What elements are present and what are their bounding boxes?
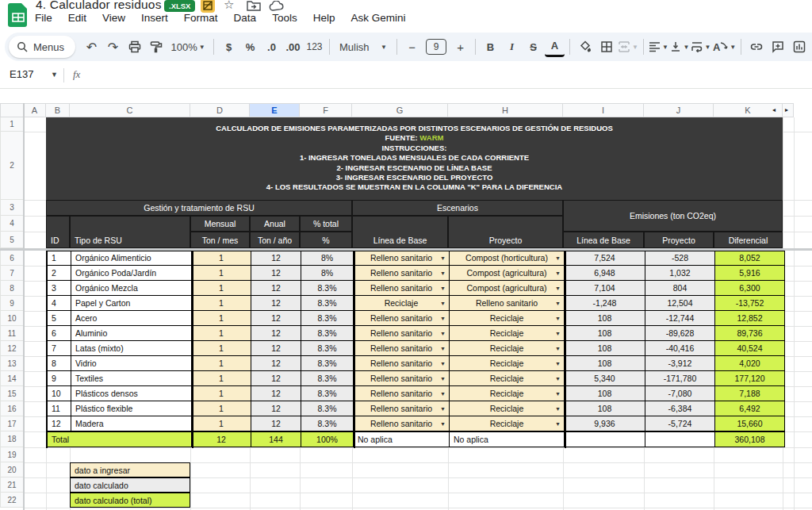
cell-pct[interactable]: 8.3% <box>301 296 354 311</box>
cell-mensual[interactable]: 1 <box>192 266 251 281</box>
chevron-down-icon[interactable]: ▼ <box>51 71 58 79</box>
total-cell-mensual[interactable]: 12 <box>192 431 251 447</box>
row-header-16[interactable]: 16 <box>0 401 24 416</box>
dropdown-cell-proyecto[interactable]: Compost (horticultura)▼ <box>450 251 565 266</box>
dropdown-arrow-icon[interactable]: ▼ <box>440 301 446 306</box>
dropdown-cell-linea_base[interactable]: Relleno sanitario▼ <box>354 401 450 416</box>
cell-anual[interactable]: 12 <box>251 296 301 311</box>
row-header-7[interactable]: 7 <box>0 266 24 281</box>
dropdown-cell-linea_base[interactable]: Relleno sanitario▼ <box>354 416 450 431</box>
cell-mensual[interactable]: 1 <box>192 341 251 356</box>
cell-anual[interactable]: 12 <box>251 311 301 326</box>
text-color-button[interactable]: A <box>545 36 565 57</box>
cell-e_p[interactable]: 804 <box>645 281 715 296</box>
cell-e_p[interactable]: -3,912 <box>645 356 715 371</box>
borders-icon[interactable] <box>596 36 616 57</box>
dropdown-arrow-icon[interactable]: ▼ <box>555 361 561 366</box>
select-all-corner[interactable] <box>0 103 24 117</box>
text-wrap-icon[interactable]: ▼ <box>691 36 711 57</box>
cell-e_p[interactable]: -6,384 <box>645 401 715 416</box>
cell-tipo[interactable]: Orgánico Alimenticio <box>71 251 192 266</box>
cloud-status-icon[interactable] <box>269 1 285 12</box>
cell-anual[interactable]: 12 <box>251 251 301 266</box>
cell-e_lb[interactable]: 108 <box>565 341 645 356</box>
cell-pct[interactable]: 8% <box>301 251 354 266</box>
dropdown-arrow-icon[interactable]: ▼ <box>440 331 446 336</box>
dropdown-cell-linea_base[interactable]: Relleno sanitario▼ <box>354 266 450 281</box>
row-header-13[interactable]: 13 <box>0 356 24 371</box>
cell-e_lb[interactable]: 9,936 <box>565 416 645 431</box>
dropdown-arrow-icon[interactable]: ▼ <box>555 346 561 351</box>
row-header-19[interactable]: 19 <box>0 447 24 462</box>
dropdown-cell-linea_base[interactable]: Relleno sanitario▼ <box>354 356 450 371</box>
header-anual[interactable]: Anual <box>250 216 300 232</box>
row-header-14[interactable]: 14 <box>0 371 24 386</box>
vertical-align-icon[interactable]: ▼ <box>670 36 690 57</box>
format-currency-button[interactable]: $ <box>219 36 239 57</box>
cell-e_lb[interactable]: 108 <box>565 386 645 401</box>
cell-id[interactable]: 6 <box>48 326 71 341</box>
cell-anual[interactable]: 12 <box>251 401 301 416</box>
dropdown-arrow-icon[interactable]: ▼ <box>555 421 561 427</box>
dropdown-cell-linea_base[interactable]: Relleno sanitario▼ <box>354 341 450 356</box>
cell-dif[interactable]: 5,916 <box>715 266 785 281</box>
menu-help[interactable]: Help <box>313 12 335 24</box>
dropdown-cell-proyecto[interactable]: Reciclaje▼ <box>450 416 565 431</box>
cell-e_p[interactable]: -171,780 <box>645 371 715 386</box>
row-header-20[interactable]: 20 <box>0 462 24 477</box>
legend-total-cell[interactable]: dato calculado (total) <box>70 493 190 508</box>
cell-mensual[interactable]: 1 <box>192 251 251 266</box>
total-cell-label[interactable]: Total <box>48 431 192 447</box>
dropdown-arrow-icon[interactable]: ▼ <box>440 286 446 291</box>
decrease-decimals-button[interactable]: .0 <box>262 36 282 57</box>
dropdown-arrow-icon[interactable]: ▼ <box>440 361 446 366</box>
decrease-font-size-button[interactable]: − <box>402 36 422 57</box>
total-cell-proyecto[interactable]: No aplica <box>450 431 565 447</box>
cell-id[interactable]: 2 <box>48 266 71 281</box>
cell-dif[interactable]: 12,852 <box>715 311 785 326</box>
horizontal-align-icon[interactable]: ▼ <box>649 36 668 57</box>
dropdown-cell-proyecto[interactable]: Reciclaje▼ <box>450 356 565 371</box>
dropdown-cell-proyecto[interactable]: Compost (agricultura)▼ <box>450 266 565 281</box>
cell-dif[interactable]: 15,660 <box>715 416 785 431</box>
header-ton-ano[interactable]: Ton / año <box>250 232 300 248</box>
header-emis-proyecto[interactable]: Proyecto <box>644 232 714 248</box>
cell-id[interactable]: 12 <box>48 416 71 431</box>
dropdown-cell-proyecto[interactable]: Reciclaje▼ <box>450 326 565 341</box>
cell-pct[interactable]: 8% <box>301 266 354 281</box>
more-formats-button[interactable]: 123 <box>304 36 324 57</box>
column-header-A[interactable]: A <box>24 103 46 117</box>
cell-tipo[interactable]: Aluminio <box>71 326 192 341</box>
sheets-logo-icon[interactable] <box>8 3 29 27</box>
cell-id[interactable]: 11 <box>48 401 71 416</box>
header-diferencial[interactable]: Diferencial <box>714 232 783 248</box>
total-cell-dif[interactable]: 360,108 <box>715 431 785 447</box>
cell-id[interactable]: 9 <box>48 371 71 386</box>
dropdown-cell-linea_base[interactable]: Relleno sanitario▼ <box>354 251 450 266</box>
dropdown-arrow-icon[interactable]: ▼ <box>555 316 561 321</box>
row-header-3[interactable]: 3 <box>0 200 24 216</box>
cell-pct[interactable]: 8.3% <box>301 371 354 386</box>
cell-mensual[interactable]: 1 <box>192 401 251 416</box>
star-icon[interactable]: ☆ <box>224 0 234 12</box>
row-header-2[interactable]: 2 <box>0 132 24 200</box>
row-header-8[interactable]: 8 <box>0 281 24 296</box>
undo-icon[interactable]: ↶ <box>82 36 102 57</box>
column-header-D[interactable]: D <box>190 103 250 117</box>
cell-e_p[interactable]: -12,744 <box>645 311 715 326</box>
cell-tipo[interactable]: Madera <box>71 416 192 431</box>
column-header-H[interactable]: H <box>448 103 563 117</box>
cell-pct[interactable]: 8.3% <box>301 326 354 341</box>
header-proyecto[interactable]: Proyecto <box>448 216 563 248</box>
cell-id[interactable]: 8 <box>48 356 71 371</box>
cell-e_lb[interactable]: 7,104 <box>565 281 645 296</box>
cell-pct[interactable]: 8.3% <box>301 401 354 416</box>
header-emis-linea-base[interactable]: Línea de Base <box>563 232 644 248</box>
column-header-F[interactable]: F <box>300 103 352 117</box>
menu-ask-gemini[interactable]: Ask Gemini <box>350 12 405 24</box>
cell-e_lb[interactable]: 108 <box>565 401 645 416</box>
cell-tipo[interactable]: Orgánico Mezcla <box>71 281 192 296</box>
cell-mensual[interactable]: 1 <box>192 281 251 296</box>
column-header-B[interactable]: B <box>46 103 70 117</box>
band-escenarios[interactable]: Escenarios <box>352 200 563 216</box>
